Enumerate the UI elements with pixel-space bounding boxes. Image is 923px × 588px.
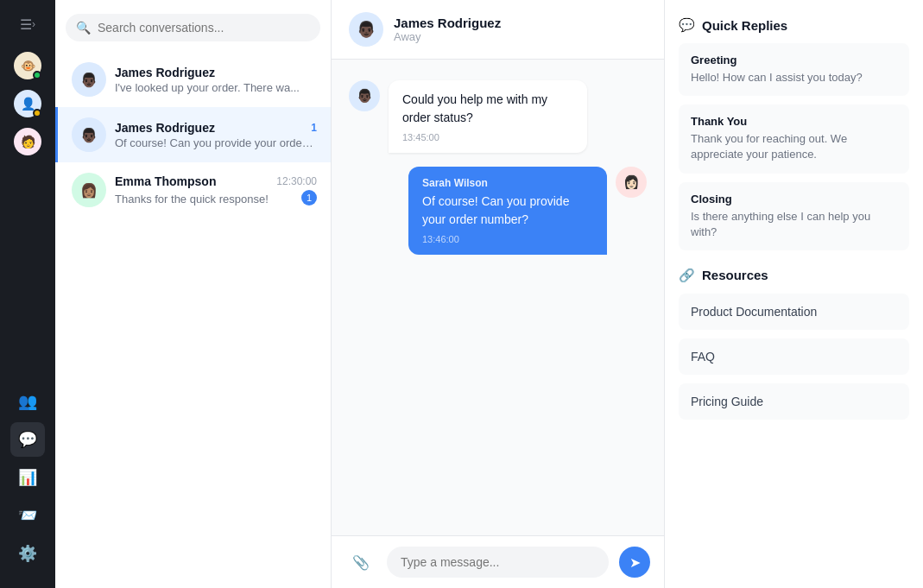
resources-title: 🔗 Resources <box>679 268 909 283</box>
quick-replies-icon: 💬 <box>679 17 695 33</box>
message-input[interactable] <box>387 547 609 578</box>
search-icon: 🔍 <box>76 21 91 35</box>
contacts-icon: 👥 <box>18 392 37 411</box>
chat-bubble-icon: 💬 <box>18 430 37 449</box>
right-panel: 💬 Quick Replies Greeting Hello! How can … <box>664 0 923 588</box>
avatar: 👩🏽 <box>72 173 106 207</box>
conv-time: 12:30:00 <box>276 175 317 187</box>
message-time: 13:46:00 <box>422 234 593 244</box>
gear-icon: ⚙️ <box>18 544 37 563</box>
conv-name: James Rodriguez <box>115 121 215 135</box>
resource-pricing[interactable]: Pricing Guide <box>679 383 909 420</box>
message-bubble: Could you help me with my order status? … <box>389 80 587 153</box>
quick-reply-greeting[interactable]: Greeting Hello! How can I assist you tod… <box>679 43 909 96</box>
conv-info: James Rodriguez 1 Of course! Can you pro… <box>115 121 317 149</box>
chat-header: 👨🏿 James Rodriguez Away <box>332 0 664 60</box>
bar-chart-icon: 📊 <box>18 468 37 487</box>
message-text: Could you help me with my order status? <box>402 91 573 127</box>
conversation-item[interactable]: 👨🏿 James Rodriguez I've looked up your o… <box>55 52 331 107</box>
online-badge <box>33 71 41 79</box>
qr-title: Greeting <box>691 54 897 66</box>
user2-avatar: 🧑 <box>14 128 41 155</box>
send-button[interactable]: ➤ <box>619 547 650 578</box>
conv-time: 1 <box>311 122 317 134</box>
expand-icon: › <box>32 18 35 30</box>
search-input[interactable] <box>98 21 310 35</box>
paper-plane-icon: 📨 <box>18 506 37 525</box>
chat-main: 👨🏿 James Rodriguez Away 👨🏿 Could you hel… <box>332 0 664 588</box>
avatar: 👨🏿 <box>72 62 106 97</box>
chat-messages: 👨🏿 Could you help me with my order statu… <box>332 60 664 535</box>
message-avatar: 👨🏿 <box>349 80 380 111</box>
resource-faq[interactable]: FAQ <box>679 338 909 375</box>
chat-header-avatar: 👨🏿 <box>349 12 383 47</box>
resources-icon: 🔗 <box>679 268 695 283</box>
conversation-item[interactable]: 👩🏽 Emma Thompson 12:30:00 Thanks for the… <box>55 162 331 218</box>
quick-reply-thankyou[interactable]: Thank You Thank you for reaching out. We… <box>679 104 909 173</box>
conv-preview: I've looked up your order. There wa... <box>115 81 317 94</box>
nav-sidebar: ☰ › 🐵 👤 🧑 👥 💬 📊 📨 ⚙️ <box>0 0 55 588</box>
conv-header: James Rodriguez 1 <box>115 121 317 135</box>
message-bubble: Sarah Wilson Of course! Can you provide … <box>408 167 607 255</box>
conv-preview: Thanks for the quick response! <box>115 193 269 205</box>
conv-name: Emma Thompson <box>115 174 216 188</box>
attach-button[interactable]: 📎 <box>345 547 376 578</box>
chat-input-area: 📎 ➤ <box>332 535 664 588</box>
qr-text: Is there anything else I can help you wi… <box>691 209 897 240</box>
avatar: 👨🏿 <box>72 117 106 152</box>
menu-icon: ☰ <box>20 16 32 33</box>
qr-text: Thank you for reaching out. We appreciat… <box>691 131 897 162</box>
menu-toggle[interactable]: ☰ › <box>10 10 45 38</box>
conv-info: Emma Thompson 12:30:00 Thanks for the qu… <box>115 174 317 205</box>
conv-name: James Rodriguez <box>115 66 215 79</box>
quick-replies-title: 💬 Quick Replies <box>679 17 909 33</box>
send-icon: ➤ <box>629 554 641 571</box>
message-outgoing: 👩🏻 Sarah Wilson Of course! Can you provi… <box>408 167 647 255</box>
message-incoming: 👨🏿 Could you help me with my order statu… <box>349 80 587 153</box>
qr-title: Closing <box>691 193 897 205</box>
chat-header-name: James Rodriguez <box>394 16 501 30</box>
conversation-list: 👨🏿 James Rodriguez I've looked up your o… <box>55 52 331 588</box>
search-box[interactable]: 🔍 <box>66 14 320 41</box>
chat-header-status: Away <box>394 30 501 43</box>
resources-section: 🔗 Resources Product Documentation FAQ Pr… <box>679 268 909 420</box>
chat-header-info: James Rodriguez Away <box>394 16 501 43</box>
nav-analytics[interactable]: 📊 <box>10 460 45 495</box>
away-badge <box>33 109 41 117</box>
nav-contacts[interactable]: 👥 <box>10 384 45 419</box>
nav-settings[interactable]: ⚙️ <box>10 536 45 571</box>
conversation-panel: 🔍 👨🏿 James Rodriguez I've looked up your… <box>55 0 332 588</box>
quick-reply-closing[interactable]: Closing Is there anything else I can hel… <box>679 182 909 250</box>
unread-badge: 1 <box>301 190 317 205</box>
conv-header: Emma Thompson 12:30:00 <box>115 174 317 188</box>
qr-text: Hello! How can I assist you today? <box>691 70 897 85</box>
conv-preview: Of course! Can you provide your order n.… <box>115 136 317 149</box>
qr-title: Thank You <box>691 115 897 128</box>
message-text: Of course! Can you provide your order nu… <box>422 193 593 229</box>
nav-avatar-monkey[interactable]: 🐵 <box>10 48 45 83</box>
nav-send[interactable]: 📨 <box>10 498 45 533</box>
resource-product-docs[interactable]: Product Documentation <box>679 294 909 330</box>
message-avatar: 👩🏻 <box>616 167 647 198</box>
search-area: 🔍 <box>55 0 331 52</box>
nav-chat[interactable]: 💬 <box>10 422 45 457</box>
conv-header: James Rodriguez <box>115 66 317 79</box>
message-time: 13:45:00 <box>402 132 573 142</box>
nav-avatar-user1[interactable]: 👤 <box>10 86 45 121</box>
nav-avatar-user2[interactable]: 🧑 <box>10 124 45 159</box>
conv-info: James Rodriguez I've looked up your orde… <box>115 66 317 94</box>
conversation-item[interactable]: 👨🏿 James Rodriguez 1 Of course! Can you … <box>55 107 331 162</box>
message-sender: Sarah Wilson <box>422 177 593 189</box>
